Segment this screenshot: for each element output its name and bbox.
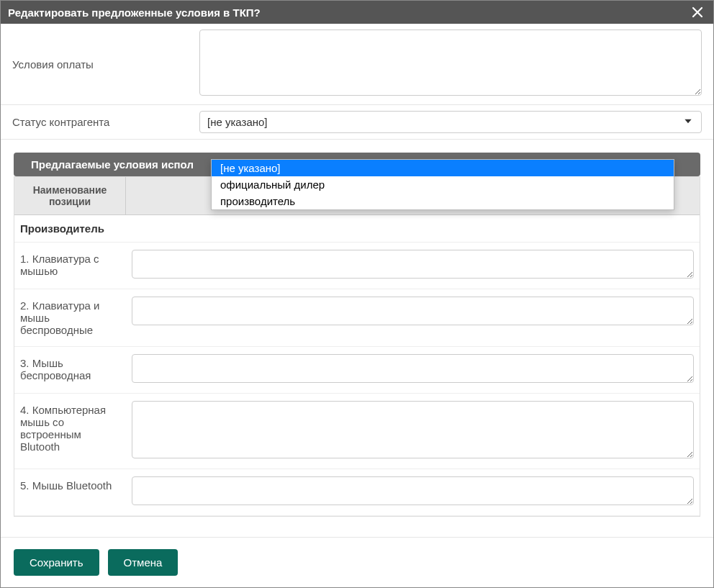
row-name: 2. Клавиатура и мышь беспроводные bbox=[14, 289, 126, 346]
spec-table: Наименование позиции Значение Производит… bbox=[14, 176, 700, 517]
row-name: 1. Клавиатура с мышью bbox=[14, 243, 126, 289]
table-row: 1. Клавиатура с мышью bbox=[14, 243, 700, 289]
payment-terms-label: Условия оплаты bbox=[12, 58, 199, 71]
table-row: 2. Клавиатура и мышь беспроводные bbox=[14, 289, 700, 347]
row-value-input[interactable] bbox=[132, 401, 694, 458]
table-row: 5. Мышь Bluetooth bbox=[14, 469, 700, 516]
contractor-status-selected: [не указано] bbox=[207, 116, 268, 128]
contractor-status-select[interactable]: [не указано] bbox=[199, 111, 702, 133]
close-icon[interactable] bbox=[689, 4, 706, 21]
row-value-input[interactable] bbox=[132, 250, 694, 279]
dropdown-option[interactable]: [не указано] bbox=[212, 160, 674, 176]
modal-title: Редактировать предложенные условия в ТКП… bbox=[8, 6, 261, 19]
table-row: 4. Компьютерная мышь со встроенным Bluto… bbox=[14, 394, 700, 469]
contractor-status-row: Статус контрагента [не указано] bbox=[1, 105, 713, 140]
dropdown-option[interactable]: производитель bbox=[212, 193, 674, 209]
dropdown-option[interactable]: официальный дилер bbox=[212, 176, 674, 193]
column-header-name: Наименование позиции bbox=[14, 177, 126, 214]
modal-dialog: Редактировать предложенные условия в ТКП… bbox=[0, 0, 714, 588]
row-name: 4. Компьютерная мышь со встроенным Bluto… bbox=[14, 394, 126, 469]
chevron-down-icon bbox=[682, 115, 694, 129]
payment-terms-input[interactable] bbox=[199, 30, 702, 96]
row-name: 3. Мышь беспроводная bbox=[14, 347, 126, 393]
payment-terms-row: Условия оплаты bbox=[1, 24, 713, 105]
table-row: 3. Мышь беспроводная bbox=[14, 347, 700, 394]
modal-titlebar: Редактировать предложенные условия в ТКП… bbox=[1, 1, 713, 24]
contractor-status-label: Статус контрагента bbox=[12, 116, 199, 128]
row-name: 5. Мышь Bluetooth bbox=[14, 469, 126, 515]
row-value-input[interactable] bbox=[132, 354, 694, 383]
modal-footer: Сохранить Отмена bbox=[1, 537, 713, 587]
cancel-button[interactable]: Отмена bbox=[108, 549, 178, 576]
spec-group-title: Производитель bbox=[14, 215, 700, 243]
save-button[interactable]: Сохранить bbox=[14, 549, 99, 576]
row-value-input[interactable] bbox=[132, 476, 694, 505]
row-value-input[interactable] bbox=[132, 297, 694, 325]
modal-body[interactable]: Условия оплаты Статус контрагента [не ук… bbox=[1, 24, 713, 537]
contractor-status-dropdown: [не указано] официальный дилер производи… bbox=[211, 159, 674, 210]
